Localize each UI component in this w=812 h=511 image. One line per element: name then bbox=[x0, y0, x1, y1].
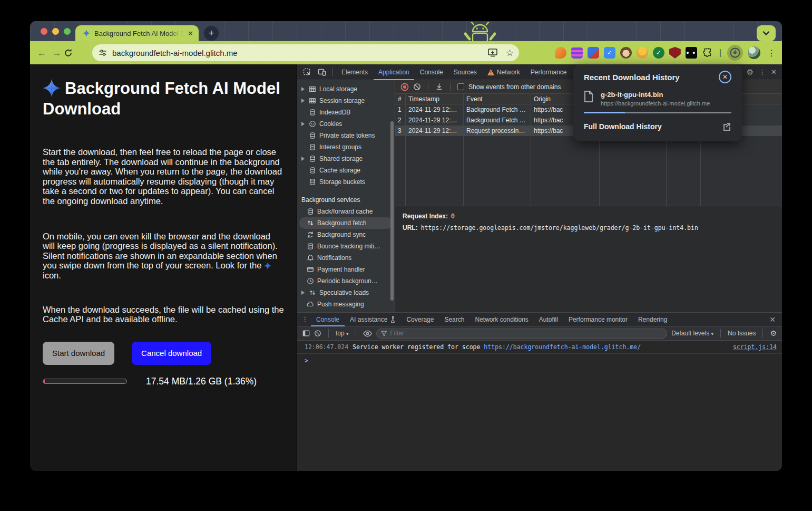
column-header-event[interactable]: Event bbox=[464, 94, 531, 104]
sidebar-item-indexeddb[interactable]: IndexedDB bbox=[297, 107, 395, 118]
popup-close-button[interactable]: ✕ bbox=[719, 71, 731, 83]
record-button[interactable] bbox=[400, 83, 409, 91]
devtools-settings-icon[interactable]: ⚙ bbox=[747, 68, 754, 77]
sidebar-item-session-storage[interactable]: Session storage bbox=[297, 95, 395, 107]
console-sidebar-toggle-icon[interactable] bbox=[302, 330, 310, 337]
tab-sources[interactable]: Sources bbox=[449, 64, 482, 80]
browser-tab[interactable]: Background Fetch AI Model D ✕ bbox=[75, 25, 199, 41]
sidebar-item-background-fetch[interactable]: Background fetch bbox=[299, 217, 393, 229]
console-context-selector[interactable]: top ▾ bbox=[336, 330, 349, 337]
sidebar-item-payment-handler[interactable]: Payment handler bbox=[297, 264, 395, 275]
console-levels-selector[interactable]: Default levels ▾ bbox=[671, 330, 713, 337]
column-header-num[interactable]: # bbox=[395, 94, 406, 104]
drawer-tab-ai-assistance[interactable]: AI assistance bbox=[345, 313, 401, 326]
extensions-row: ✓ ✓ ● ● | ⋮ bbox=[555, 41, 778, 64]
sidebar-item-speculative-loads[interactable]: Speculative loads bbox=[297, 287, 395, 298]
tab-application[interactable]: Application bbox=[374, 64, 414, 80]
tab-search-button[interactable] bbox=[757, 25, 776, 41]
sidebar-item-interest-groups[interactable]: Interest groups bbox=[297, 141, 395, 153]
site-settings-icon[interactable] bbox=[99, 49, 107, 57]
sidebar-item-push-messaging[interactable]: Push messaging bbox=[297, 298, 395, 310]
drawer-tab-autofill[interactable]: Autofill bbox=[534, 313, 563, 326]
extension-icon-red-shield[interactable] bbox=[669, 47, 681, 59]
extension-icon-monkey[interactable] bbox=[620, 47, 632, 59]
sidebar-item-bounce-tracking[interactable]: Bounce tracking miti… bbox=[297, 240, 395, 252]
sidebar-item-periodic-background-sync[interactable]: Periodic backgroun… bbox=[297, 275, 395, 287]
log-scope-link[interactable]: https://backgroundfetch-ai-model.glitch.… bbox=[484, 343, 641, 351]
extension-icon-stripes[interactable] bbox=[571, 47, 583, 59]
downloads-button[interactable] bbox=[727, 45, 743, 61]
extension-icon-fox[interactable] bbox=[555, 47, 566, 59]
drawer-tab-rendering[interactable]: Rendering bbox=[633, 313, 672, 326]
device-toolbar-icon[interactable] bbox=[315, 68, 329, 76]
sidebar-item-notifications[interactable]: Notifications bbox=[297, 252, 395, 264]
console-prompt[interactable]: > bbox=[297, 354, 782, 364]
extension-icon-keys[interactable] bbox=[588, 47, 599, 59]
url-text[interactable]: backgroundfetch-ai-model.glitch.me bbox=[112, 49, 488, 57]
sidebar-item-cache-storage[interactable]: Cache storage bbox=[297, 165, 395, 176]
console-filter-box[interactable] bbox=[376, 329, 668, 339]
zoom-window-button[interactable] bbox=[64, 28, 71, 35]
console-settings-icon[interactable]: ⚙ bbox=[770, 329, 777, 338]
cancel-download-button[interactable]: Cancel download bbox=[132, 342, 211, 365]
start-download-button[interactable]: Start download bbox=[43, 342, 114, 365]
column-header-timestamp[interactable]: Timestamp bbox=[406, 94, 464, 104]
console-filter-input[interactable] bbox=[390, 330, 662, 337]
close-window-button[interactable] bbox=[41, 28, 47, 35]
download-item[interactable]: g-2b-it-gpu-int4.bin https://backgroundf… bbox=[584, 91, 731, 107]
bookmark-star-icon[interactable]: ☆ bbox=[506, 47, 514, 59]
forward-button[interactable]: → bbox=[49, 47, 64, 59]
inspect-element-icon[interactable] bbox=[300, 68, 314, 76]
clear-events-button[interactable] bbox=[413, 83, 421, 91]
download-progress-fill bbox=[43, 379, 45, 383]
new-tab-button[interactable]: + bbox=[204, 26, 219, 41]
database-icon bbox=[309, 132, 316, 139]
clear-console-icon[interactable] bbox=[314, 330, 321, 337]
drawer-close-icon[interactable]: ✕ bbox=[769, 315, 782, 324]
extension-icon-green-check[interactable]: ✓ bbox=[653, 47, 664, 59]
drawer-tab-ai-label: AI assistance bbox=[350, 316, 387, 323]
tab-close-icon[interactable]: ✕ bbox=[188, 30, 193, 37]
sidebar-item-private-state-tokens[interactable]: Private state tokens bbox=[297, 130, 395, 141]
events-table-empty-area bbox=[395, 136, 782, 206]
install-page-icon[interactable] bbox=[488, 49, 497, 57]
cloud-icon bbox=[307, 301, 314, 308]
issues-counter[interactable]: No Issues bbox=[728, 330, 756, 337]
devtools-menu-icon[interactable]: ⋮ bbox=[759, 68, 766, 76]
sidebar-item-local-storage[interactable]: Local storage bbox=[297, 83, 395, 95]
minimize-window-button[interactable] bbox=[52, 28, 59, 35]
back-button[interactable]: ← bbox=[34, 47, 49, 59]
log-source-link[interactable]: script.js:14 bbox=[733, 343, 777, 351]
extension-icon-worker[interactable] bbox=[637, 47, 648, 59]
browser-menu-button[interactable]: ⋮ bbox=[765, 48, 778, 58]
profile-avatar[interactable] bbox=[748, 46, 760, 59]
tab-performance[interactable]: Performance bbox=[526, 64, 572, 80]
extension-icon-black-eyes[interactable]: ● ● bbox=[686, 47, 697, 59]
drawer-tab-search[interactable]: Search bbox=[439, 313, 469, 326]
show-events-checkbox[interactable] bbox=[457, 83, 464, 90]
drawer-tab-performance-monitor[interactable]: Performance monitor bbox=[563, 313, 633, 326]
tab-elements[interactable]: Elements bbox=[337, 64, 373, 80]
extensions-puzzle-icon[interactable] bbox=[702, 47, 713, 59]
sidebar-item-back-forward-cache[interactable]: Back/forward cache bbox=[297, 206, 395, 217]
sidebar-label: IndexedDB bbox=[319, 109, 350, 116]
external-link-icon[interactable] bbox=[722, 122, 731, 131]
live-expression-eye-icon[interactable] bbox=[363, 330, 372, 337]
devtools-close-icon[interactable]: ✕ bbox=[771, 68, 777, 76]
sidebar-scrollbar[interactable] bbox=[390, 121, 394, 301]
tab-network[interactable]: Network bbox=[483, 64, 525, 80]
sidebar-item-shared-storage[interactable]: Shared storage bbox=[297, 153, 395, 165]
sidebar-item-cookies[interactable]: Cookies bbox=[297, 118, 395, 130]
drawer-menu-icon[interactable]: ⋮ bbox=[299, 316, 311, 323]
drawer-tab-coverage[interactable]: Coverage bbox=[401, 313, 439, 326]
drawer-tab-network-conditions[interactable]: Network conditions bbox=[469, 313, 533, 326]
full-download-history-link[interactable]: Full Download History bbox=[584, 122, 662, 131]
sidebar-item-storage-buckets[interactable]: Storage buckets bbox=[297, 176, 395, 188]
sidebar-item-background-sync[interactable]: Background sync bbox=[297, 229, 395, 240]
save-events-button[interactable] bbox=[435, 83, 443, 91]
extension-icon-blue-check[interactable]: ✓ bbox=[604, 47, 615, 59]
reload-button[interactable] bbox=[64, 49, 79, 57]
drawer-tab-console[interactable]: Console bbox=[311, 313, 345, 326]
url-bar[interactable]: backgroundfetch-ai-model.glitch.me ☆ bbox=[92, 44, 519, 61]
tab-console[interactable]: Console bbox=[415, 64, 448, 80]
